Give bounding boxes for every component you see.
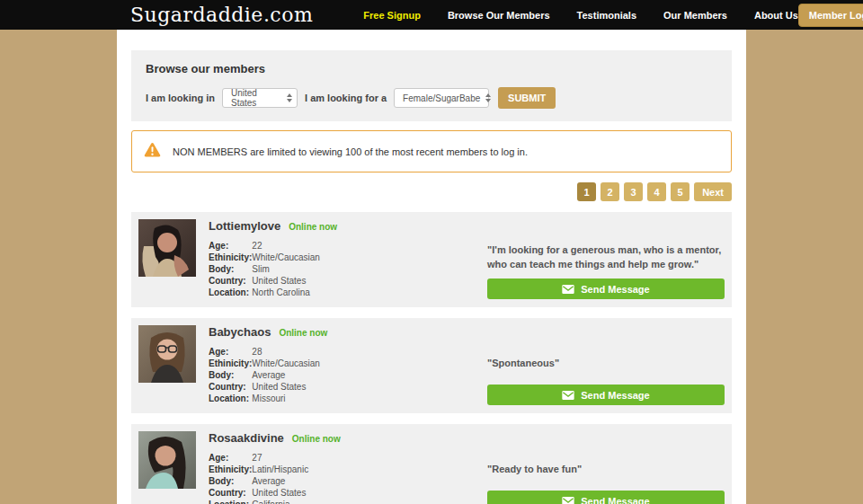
page-button-5[interactable]: 5 — [671, 182, 690, 201]
send-message-label: Send Message — [581, 496, 649, 504]
select-arrows-icon — [485, 93, 491, 102]
member-name[interactable]: Rosaakdivine — [209, 431, 284, 445]
online-status: Online now — [289, 222, 337, 232]
detail-value: 28 — [252, 347, 320, 358]
member-card-right: "I'm looking for a generous man, who is … — [487, 219, 725, 300]
member-quote: "Spontaneous" — [487, 343, 725, 385]
member-name[interactable]: Lottiemylove — [209, 219, 280, 233]
pagination: 1 2 3 4 5 Next — [131, 182, 732, 201]
country-select-value: United States — [231, 88, 281, 108]
looking-in-label: I am looking in — [146, 93, 215, 103]
country-select[interactable]: United States — [222, 88, 298, 108]
detail-label: Location: — [209, 393, 252, 405]
member-login-button[interactable]: Member Login — [798, 4, 863, 27]
detail-value: United States — [252, 276, 320, 287]
member-card-right: "Spontaneous" Send Message — [487, 325, 725, 406]
online-status: Online now — [292, 434, 341, 444]
detail-value: Latin/Hispanic — [252, 464, 308, 476]
member-photo[interactable] — [138, 219, 196, 277]
member-photo[interactable] — [138, 325, 196, 383]
page-button-3[interactable]: 3 — [624, 182, 643, 201]
detail-value: Average — [252, 370, 320, 382]
mail-icon — [562, 497, 574, 504]
member-info: Lottiemylove Online now Age:22 Ethinicit… — [209, 219, 449, 300]
submit-button[interactable]: SUBMIT — [498, 87, 556, 109]
detail-label: Body: — [209, 370, 252, 382]
member-info: Rosaakdivine Online now Age:27 Ethinicit… — [209, 431, 449, 504]
detail-label: Age: — [209, 347, 252, 358]
member-details: Age:27 Ethinicity:Latin/Hispanic Body:Av… — [209, 453, 308, 504]
member-info: Babychaos Online now Age:28 Ethinicity:W… — [209, 325, 449, 406]
mail-icon — [562, 285, 574, 294]
member-card-right: "Ready to have fun" Send Message — [487, 431, 725, 504]
non-members-notice: NON MEMBERS are limited to viewing 100 o… — [131, 130, 732, 172]
member-card: Rosaakdivine Online now Age:27 Ethinicit… — [131, 424, 732, 504]
detail-value: Missouri — [252, 393, 320, 405]
detail-label: Body: — [209, 476, 252, 488]
member-details: Age:28 Ethinicity:White/Caucasian Body:A… — [209, 347, 320, 405]
detail-label: Country: — [209, 488, 252, 500]
detail-value: Slim — [252, 264, 320, 276]
page-button-4[interactable]: 4 — [647, 182, 666, 201]
looking-for-label: I am looking for a — [305, 93, 387, 103]
detail-value: White/Caucasian — [252, 252, 320, 264]
notice-text: NON MEMBERS are limited to viewing 100 o… — [173, 146, 528, 157]
detail-value: Average — [252, 476, 308, 488]
site-logo[interactable]: Sugardaddie.com — [130, 4, 313, 26]
nav-item-free-signup[interactable]: Free Signup — [363, 10, 421, 21]
detail-label: Age: — [209, 453, 252, 464]
member-quote: "I'm looking for a generous man, who is … — [487, 237, 725, 279]
send-message-button[interactable]: Send Message — [487, 491, 725, 504]
detail-value: California — [252, 500, 308, 504]
detail-label: Ethinicity: — [209, 252, 252, 264]
top-navigation-bar: Sugardaddie.com Free Signup Browse Our M… — [0, 0, 863, 30]
select-arrows-icon — [287, 93, 292, 102]
member-details: Age:22 Ethinicity:White/Caucasian Body:S… — [209, 241, 320, 299]
detail-value: United States — [252, 488, 308, 500]
send-message-button[interactable]: Send Message — [487, 385, 725, 405]
detail-value: 27 — [252, 453, 308, 464]
mail-icon — [562, 391, 574, 400]
member-name[interactable]: Babychaos — [209, 325, 271, 339]
nav-item-our-members[interactable]: Our Members — [663, 10, 727, 21]
detail-label: Body: — [209, 264, 252, 276]
send-message-label: Send Message — [581, 390, 649, 401]
nav-item-browse-our-members[interactable]: Browse Our Members — [448, 10, 550, 21]
browse-members-title: Browse our members — [146, 62, 717, 75]
next-page-button[interactable]: Next — [694, 182, 732, 201]
detail-label: Country: — [209, 276, 252, 287]
member-card: Lottiemylove Online now Age:22 Ethinicit… — [131, 212, 732, 307]
member-photo[interactable] — [138, 431, 196, 489]
page-button-2[interactable]: 2 — [601, 182, 619, 201]
browse-form: I am looking in United States I am looki… — [146, 87, 717, 109]
detail-label: Ethinicity: — [209, 358, 252, 370]
detail-value: North Carolina — [252, 287, 320, 299]
send-message-label: Send Message — [581, 284, 649, 295]
member-card: Babychaos Online now Age:28 Ethinicity:W… — [131, 318, 732, 413]
gender-select-value: Female/SugarBabe — [403, 93, 480, 103]
online-status: Online now — [279, 328, 327, 338]
detail-value: 22 — [252, 241, 320, 252]
member-quote: "Ready to have fun" — [487, 449, 725, 491]
nav-item-about-us[interactable]: About Us — [754, 10, 798, 21]
page-button-1[interactable]: 1 — [577, 182, 596, 201]
detail-label: Ethinicity: — [209, 464, 252, 476]
detail-label: Location: — [209, 287, 252, 299]
detail-value: United States — [252, 382, 320, 393]
detail-label: Location: — [209, 500, 252, 504]
detail-label: Country: — [209, 382, 252, 393]
detail-value: White/Caucasian — [252, 358, 320, 370]
nav-item-testimonials[interactable]: Testimonials — [577, 10, 636, 21]
main-nav: Free Signup Browse Our Members Testimoni… — [363, 10, 798, 21]
page-content: Browse our members I am looking in Unite… — [117, 30, 746, 504]
gender-select[interactable]: Female/SugarBabe — [394, 88, 489, 108]
warning-icon — [144, 142, 161, 161]
browse-members-panel: Browse our members I am looking in Unite… — [131, 50, 732, 121]
send-message-button[interactable]: Send Message — [487, 279, 725, 299]
detail-label: Age: — [209, 241, 252, 252]
member-list: Lottiemylove Online now Age:22 Ethinicit… — [131, 212, 732, 504]
